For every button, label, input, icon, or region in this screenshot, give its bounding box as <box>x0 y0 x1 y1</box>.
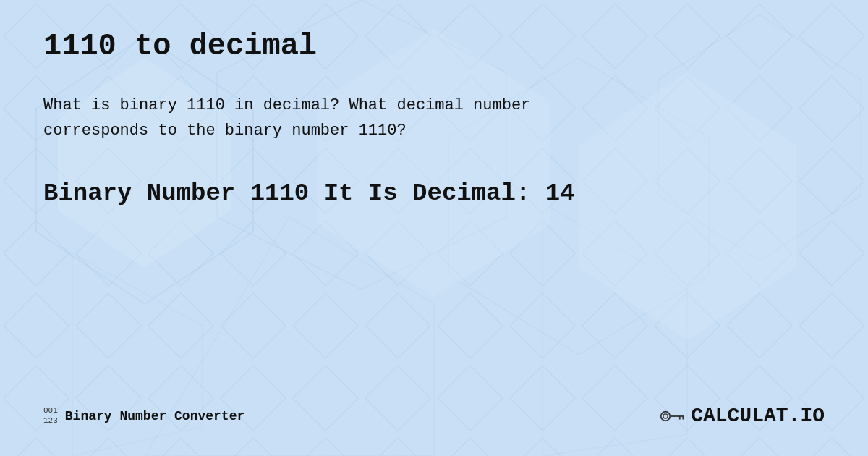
binary-icon-bottom: 123 <box>43 416 58 426</box>
footer-left: 001 123 Binary Number Converter <box>43 406 244 425</box>
binary-icon-top: 001 <box>43 406 58 415</box>
description-text: What is binary 1110 in decimal? What dec… <box>43 93 593 143</box>
site-logo: CALCULAT.IO <box>659 405 825 427</box>
converter-label: Binary Number Converter <box>65 409 244 423</box>
binary-icon: 001 123 <box>43 406 58 425</box>
description-line2: corresponds to the binary number 1110? <box>43 122 407 140</box>
svg-point-16 <box>661 411 671 421</box>
footer: 001 123 Binary Number Converter CALCULAT… <box>43 390 825 427</box>
logo-text: CALCULAT.IO <box>691 405 825 427</box>
page-title: 1110 to decimal <box>43 29 825 64</box>
description-line1: What is binary 1110 in decimal? What dec… <box>43 96 530 114</box>
result-text: Binary Number 1110 It Is Decimal: 14 <box>43 180 825 207</box>
logo-icon <box>659 406 685 426</box>
svg-point-17 <box>663 413 668 418</box>
